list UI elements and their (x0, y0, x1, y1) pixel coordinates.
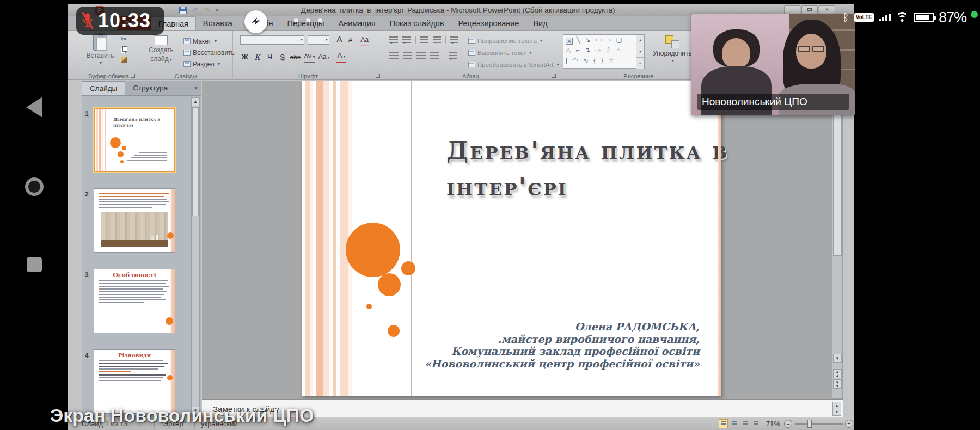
thumb-number: 3 (85, 271, 89, 279)
phone-recents-button[interactable] (0, 257, 68, 272)
strikethrough-button[interactable]: abe (290, 52, 301, 62)
italic-button[interactable]: К (253, 52, 262, 62)
tab-view[interactable]: Вид (526, 16, 554, 30)
qat-dropdown[interactable]: ▾ (216, 8, 218, 13)
columns-button[interactable] (449, 52, 457, 59)
align-right-button[interactable] (416, 52, 426, 59)
scroll-down-icon[interactable]: ▼ (833, 354, 842, 363)
paste-button[interactable]: Вставить (85, 34, 115, 65)
panel-tabs: Слайды Структура (82, 81, 201, 96)
phone-status-icons: ᛒ VoLTE 87% (843, 8, 978, 27)
change-case-button[interactable]: Aa (318, 52, 330, 63)
numbering-button[interactable] (402, 36, 411, 44)
panel-close-button[interactable]: × (194, 84, 198, 93)
messenger-chathead[interactable] (244, 10, 267, 33)
tab-animations[interactable]: Анимация (332, 16, 383, 30)
tab-review[interactable]: Рецензирование (451, 16, 526, 30)
character-spacing-button[interactable]: AV (304, 51, 315, 63)
new-slide-button[interactable]: * Создать слайд (144, 35, 178, 63)
next-slide-button[interactable]: ▼▼ (833, 379, 842, 389)
increase-indent-button[interactable] (433, 36, 441, 44)
panel-tab-slides[interactable]: Слайды (82, 81, 125, 95)
reading-view-button[interactable] (740, 419, 750, 428)
bold-button[interactable]: Ж (240, 52, 249, 62)
author-line: Комунальний заклад професійної освіти (425, 345, 700, 358)
slide-thumbnail-4[interactable]: Різновиди (94, 349, 175, 414)
cut-button[interactable]: ✂ (121, 35, 127, 43)
zoom-in-button[interactable]: + (845, 420, 853, 428)
save-button[interactable] (179, 7, 187, 14)
line-spacing-button[interactable] (450, 36, 458, 44)
align-center-button[interactable] (403, 52, 412, 59)
scroll-up-icon[interactable]: ▲ (192, 97, 199, 106)
main-scrollbar[interactable]: ▲ ▼ ▲▲ ▼▼ (832, 81, 843, 399)
font-color-button[interactable]: А (336, 51, 346, 63)
convert-smartart-button[interactable]: Преобразовать в SmartArt (468, 59, 559, 70)
decrease-indent-button[interactable] (420, 36, 428, 44)
slide-circle-large (346, 223, 400, 277)
justify-button[interactable] (430, 52, 439, 59)
underline-button[interactable]: Ч (265, 52, 274, 62)
messenger-icon (249, 15, 263, 29)
normal-view-button[interactable] (719, 419, 728, 428)
font-name-select[interactable] (240, 35, 304, 45)
redo-button[interactable]: ↷ (204, 6, 211, 15)
clear-formatting-button[interactable]: Aa (360, 35, 369, 46)
group-font: А А Aa Ж К Ч S abe AV Aa А Шрифт (235, 31, 382, 80)
previous-slide-button[interactable]: ▲▲ (833, 369, 842, 378)
slide-thumbnail-2[interactable] (94, 188, 175, 253)
shrink-font-button[interactable]: А (346, 35, 355, 45)
panel-scrollbar[interactable]: ▲ ▼ (191, 97, 200, 416)
align-text-button[interactable]: Выровнять текст (468, 47, 559, 58)
group-label: Шрифт (235, 73, 382, 79)
maximize-button[interactable] (801, 5, 818, 14)
notes-scroll-arrows[interactable]: ▲▼ (832, 402, 841, 416)
slide-thumbnail-1[interactable]: Дерев'яна плитка вінтер'єрі (94, 108, 175, 172)
thumb-circle (110, 137, 121, 148)
shapes-gallery[interactable]: A ╲ ↘ ▭ ○ ▢ △ ⌐ ↴ ⇨ ⇩ ⌂ ʃ ◠ ∿ { } ☆ ▴▾≡ (563, 34, 645, 69)
slideshow-view-button[interactable] (751, 419, 761, 428)
copy-button[interactable] (121, 46, 127, 53)
text-direction-button[interactable]: Направление текста (468, 35, 559, 46)
layout-button[interactable]: Макет (183, 36, 235, 46)
tab-slideshow[interactable]: Показ слайдов (383, 16, 451, 30)
webcam-overlay[interactable]: Нововолинський ЦПО (691, 14, 855, 115)
dialog-launcher-icon[interactable] (552, 74, 556, 78)
scroll-thumb[interactable] (833, 93, 842, 256)
tab-insert[interactable]: Вставка (196, 16, 240, 30)
align-left-button[interactable] (389, 52, 399, 59)
font-size-select[interactable] (308, 35, 329, 45)
grow-font-button[interactable]: А (335, 34, 344, 44)
webcam-caption: Нововолинський ЦПО (697, 94, 849, 110)
new-slide-icon: * (155, 35, 168, 45)
bullets-button[interactable] (389, 36, 398, 44)
arrange-button[interactable]: Упорядочить (651, 35, 694, 63)
undo-button[interactable]: ↶ (192, 6, 199, 15)
more-options-dots[interactable] (294, 18, 322, 22)
reset-button[interactable]: Восстановить (183, 48, 235, 57)
dialog-launcher-icon[interactable] (131, 74, 135, 78)
zoom-slider-thumb[interactable] (807, 420, 812, 428)
slide-thumbnail-3[interactable]: Особливості (94, 269, 175, 333)
slide-canvas[interactable]: Дерев'яна плитка в інтер'єрі Олена РАДОМ… (302, 81, 721, 396)
shapes-gallery-scrollbar[interactable]: ▴▾≡ (636, 35, 644, 68)
zoom-out-button[interactable]: – (784, 420, 792, 428)
thumb-circle (167, 375, 173, 380)
scroll-thumb[interactable] (192, 107, 199, 216)
phone-home-button[interactable] (0, 177, 68, 196)
thumb-text-lines (94, 360, 175, 381)
slide-sorter-view-button[interactable] (730, 419, 739, 428)
text-shadow-button[interactable]: S (278, 52, 287, 62)
format-painter-button[interactable] (121, 57, 127, 63)
slide-author-block: Олена РАДОМСЬКА, .майстер виробничого на… (425, 321, 700, 370)
clipboard-mini-buttons: ✂ (121, 35, 127, 63)
slide-circle-small2 (388, 325, 400, 337)
close-button[interactable]: × (819, 5, 835, 14)
panel-tab-outline[interactable]: Структура (125, 81, 175, 95)
arrange-icon (665, 35, 679, 48)
phone-back-button[interactable] (0, 97, 68, 118)
section-button[interactable]: Раздел (183, 59, 235, 69)
zoom-slider-track[interactable] (795, 423, 843, 425)
dialog-launcher-icon[interactable] (376, 74, 380, 78)
minimize-button[interactable]: – (784, 5, 800, 14)
